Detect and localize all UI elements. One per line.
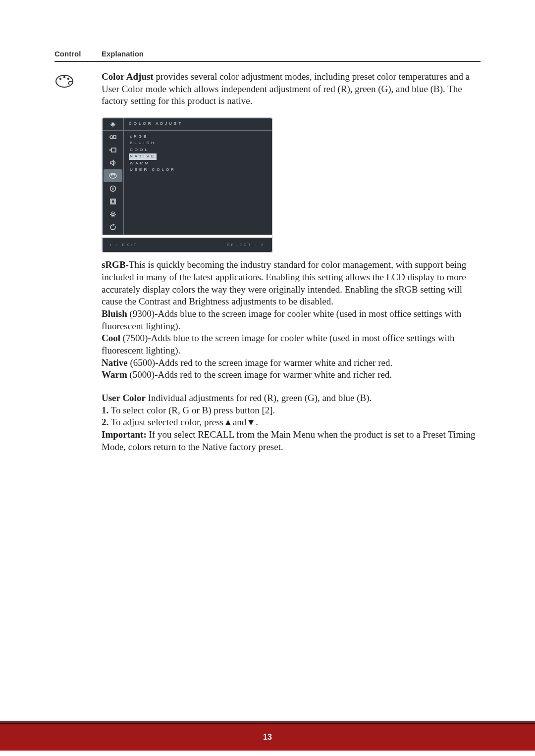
page-footer: 13 (0, 723, 535, 751)
osd-menu-list: sRGBBLUISHCOOLNATIVEWARMUSER COLOR (124, 131, 272, 235)
control-icon-cell (54, 71, 102, 453)
important-text: If you select RECALL from the Main Menu … (102, 429, 475, 452)
svg-point-14 (112, 213, 114, 216)
osd-icon-recall (103, 221, 123, 234)
step2c-text: . (256, 417, 258, 427)
step1-num: 1. (102, 405, 108, 415)
cool-value: (7500) (120, 333, 148, 343)
intro-paragraph: Color Adjust provides several color adju… (102, 71, 481, 107)
page-number: 13 (263, 733, 272, 741)
intro-title: Color Adjust (102, 71, 154, 82)
down-arrow-icon: ▼ (246, 417, 256, 427)
col-control: Control (54, 50, 102, 58)
native-value: (6500) (128, 357, 155, 368)
warm-value: (5000) (127, 369, 155, 380)
svg-point-9 (112, 174, 113, 175)
warm-paragraph: Warm (5000)-Adds red to the screen image… (102, 369, 481, 381)
step2a-text: To adjust selected color, press (108, 417, 223, 427)
native-text: Adds red to the screen image for warmer … (159, 357, 393, 368)
osd-menu-item: BLUISH (129, 140, 157, 146)
svg-rect-5 (113, 136, 116, 139)
osd-menu-item: WARM (129, 160, 151, 166)
osd-icon-setup (103, 208, 123, 221)
warm-text: Adds red to the screen image for warmer … (158, 369, 392, 380)
osd-icon-input (103, 144, 123, 156)
up-arrow-icon: ▲ (223, 417, 233, 427)
osd-title: COLOR ADJUST (124, 118, 272, 130)
srgb-text: This is quickly becoming the industry st… (102, 259, 466, 306)
osd-menu-item: COOL (129, 147, 150, 153)
warm-title: Warm (102, 369, 127, 380)
user-color-block: User Color Individual adjustments for re… (102, 392, 481, 453)
svg-point-1 (59, 78, 61, 80)
osd-icon-audio (103, 156, 123, 169)
intro-text: provides several color adjustment modes,… (102, 71, 470, 106)
palette-icon (54, 74, 74, 89)
step2b-text: and (233, 417, 246, 427)
osd-icon-image (103, 195, 123, 208)
table-header: Control Explanation (54, 50, 481, 62)
user-color-title: User Color (102, 393, 146, 403)
bluish-value: (9300) (127, 308, 155, 319)
osd-icon-contrast (103, 131, 123, 144)
cool-title: Cool (102, 333, 120, 343)
bluish-title: Bluish (102, 308, 127, 319)
col-explanation: Explanation (102, 50, 144, 58)
osd-icon-info (103, 182, 123, 195)
osd-icon-color (104, 169, 122, 182)
important-label: Important: (102, 429, 147, 440)
osd-menu-item: NATIVE (129, 153, 157, 159)
osd-footer-exit: 1 : EXIT (109, 243, 138, 247)
native-title: Native (102, 357, 128, 368)
svg-point-10 (114, 174, 115, 175)
svg-rect-13 (111, 200, 114, 203)
svg-point-4 (110, 136, 113, 139)
osd-menu-item: USER COLOR (129, 167, 177, 173)
svg-point-2 (63, 76, 65, 78)
srgb-paragraph: sRGB-This is quickly becoming the indust… (102, 259, 481, 308)
osd-header-icon (103, 118, 124, 130)
step1-text: To select color (R, G or B) press button… (108, 405, 275, 415)
native-paragraph: Native (6500)-Adds red to the screen ima… (102, 357, 481, 369)
osd-footer-select: SELECT : 2 (227, 243, 265, 247)
osd-screenshot: COLOR ADJUST sRGBBLUISHCOOLNATIVEWARMUSE… (102, 117, 273, 253)
svg-point-3 (67, 78, 69, 80)
osd-sidebar (103, 131, 124, 235)
svg-rect-6 (111, 148, 116, 152)
svg-point-8 (111, 174, 112, 175)
user-color-intro: Individual adjustments for red (R), gree… (146, 393, 372, 403)
cool-paragraph: Cool (7500)-Adds blue to the screen imag… (102, 332, 481, 356)
cool-text: Adds blue to the screen image for cooler… (102, 333, 455, 355)
srgb-title: sRGB- (102, 259, 129, 270)
osd-menu-item: sRGB (129, 134, 149, 140)
step2-num: 2. (102, 417, 108, 427)
bluish-paragraph: Bluish (9300)-Adds blue to the screen im… (102, 308, 481, 332)
